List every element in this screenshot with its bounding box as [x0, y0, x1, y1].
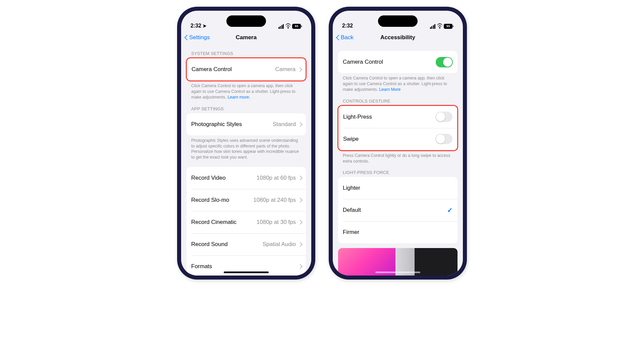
chevron-right-icon — [299, 220, 301, 225]
checkmark-icon: ✓ — [447, 206, 453, 214]
row-swipe: Swipe — [338, 128, 457, 150]
highlight-camera-control: Camera Control Camera — [186, 57, 307, 81]
footer-gesture: Press Camera Control lightly or do a lon… — [338, 150, 458, 164]
row-force-default[interactable]: Default ✓ — [338, 199, 458, 221]
learn-more-link[interactable]: Learn more. — [227, 95, 250, 100]
row-label: Record Cinematic — [191, 219, 236, 226]
status-time: 2:32 — [191, 23, 201, 29]
footer-camera-control: Click Camera Control to open a camera ap… — [186, 81, 306, 100]
chevron-right-icon — [299, 198, 301, 202]
dynamic-island — [226, 15, 266, 27]
chevron-left-icon — [184, 34, 189, 41]
row-value: Standard — [273, 121, 296, 128]
wifi-icon — [437, 24, 442, 29]
page-title: Camera — [236, 34, 257, 41]
back-label: Back — [341, 34, 354, 41]
row-record-sound[interactable]: Record Sound Spatial Audio — [186, 233, 306, 255]
toggle-swipe[interactable] — [435, 134, 452, 144]
row-light-press: Light-Press — [338, 106, 457, 128]
status-time: 2:32 — [342, 23, 353, 29]
learn-more-link[interactable]: Learn More — [379, 87, 400, 92]
row-force-lighter[interactable]: Lighter — [338, 177, 458, 199]
toggle-camera-control[interactable] — [436, 57, 453, 67]
row-label: Default — [343, 207, 361, 214]
home-indicator[interactable] — [224, 272, 269, 273]
row-label: Photographic Styles — [191, 121, 242, 128]
row-force-firmer[interactable]: Firmer — [338, 221, 458, 243]
row-record-video[interactable]: Record Video 1080p at 60 fps — [186, 167, 306, 189]
chevron-right-icon — [299, 122, 301, 127]
back-button[interactable]: Back — [336, 34, 354, 41]
row-label: Camera Control — [343, 59, 383, 65]
chevron-right-icon — [298, 67, 301, 72]
chevron-right-icon — [299, 176, 301, 180]
cellular-icon — [430, 24, 436, 29]
footer-camera-control: Click Camera Control to open a camera ap… — [338, 73, 458, 93]
row-label: Light-Press — [343, 114, 372, 120]
phone-left: 2:32 ➤ 93 Settings Camera — [177, 7, 315, 280]
location-icon: ➤ — [203, 23, 207, 28]
home-indicator[interactable] — [375, 272, 420, 273]
row-label: Lighter — [343, 185, 360, 191]
row-label: Record Slo-mo — [191, 197, 229, 203]
back-label: Settings — [189, 34, 210, 41]
row-label: Formats — [191, 263, 212, 270]
chevron-left-icon — [336, 34, 340, 41]
row-value: Camera — [275, 66, 296, 73]
chevron-right-icon — [299, 242, 301, 247]
row-camera-control[interactable]: Camera Control Camera — [187, 58, 306, 80]
highlight-gesture: Light-Press Swipe — [337, 105, 458, 151]
nav-bar: Settings Camera — [181, 30, 311, 45]
section-header-app: APP SETTINGS — [191, 106, 306, 111]
nav-bar: Back Accessibility — [333, 30, 463, 45]
phone-right: 2:32 93 Back Accessibility — [329, 7, 467, 280]
wifi-icon — [285, 24, 291, 29]
toggle-light-press[interactable] — [435, 112, 452, 122]
row-label: Record Sound — [191, 241, 228, 248]
section-header-force: LIGHT-PRESS FORCE — [343, 170, 458, 175]
footer-photo-styles: Photographic Styles uses advanced scene … — [186, 135, 306, 161]
back-button[interactable]: Settings — [184, 34, 210, 41]
dynamic-island — [378, 15, 418, 27]
row-photographic-styles[interactable]: Photographic Styles Standard — [186, 113, 306, 135]
row-label: Record Video — [191, 175, 226, 181]
row-record-slomo[interactable]: Record Slo-mo 1080p at 240 fps — [186, 189, 306, 211]
battery-icon: 93 — [444, 24, 453, 29]
battery-icon: 93 — [292, 24, 302, 29]
section-header-system: SYSTEM SETTINGS — [191, 51, 306, 56]
row-record-cinematic[interactable]: Record Cinematic 1080p at 30 fps — [186, 211, 306, 233]
row-label: Camera Control — [192, 66, 232, 73]
row-label: Swipe — [343, 136, 359, 142]
cellular-icon — [278, 24, 284, 29]
section-header-gesture: CONTROLS GESTURE — [343, 99, 458, 104]
row-camera-control: Camera Control — [338, 51, 458, 73]
row-label: Firmer — [343, 229, 359, 236]
chevron-right-icon — [299, 264, 301, 269]
page-title: Accessibility — [380, 34, 415, 41]
